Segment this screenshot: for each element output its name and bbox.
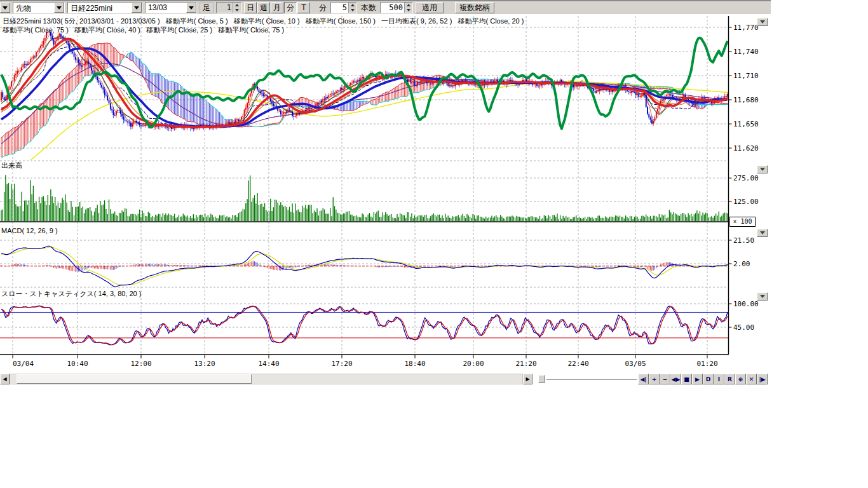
- volume-multiplier-badge: × 100: [729, 217, 756, 227]
- svg-text:13:20: 13:20: [194, 360, 215, 368]
- svg-text:03/05: 03/05: [625, 360, 646, 368]
- chart-tool-button-[interactable]: ▶: [692, 374, 703, 384]
- market-select[interactable]: 先物: [13, 2, 65, 13]
- chart-tool-button-[interactable]: +: [649, 374, 660, 384]
- period-tick-button[interactable]: T: [297, 2, 310, 13]
- chart-plot-area[interactable]: 11,77011,74011,71011,68011,65011,620275.…: [0, 14, 771, 372]
- period-day-button[interactable]: 日: [244, 2, 257, 13]
- dropdown-arrow-icon[interactable]: [186, 3, 196, 13]
- svg-text:45.00: 45.00: [733, 323, 754, 332]
- macd-axis-dropdown-button[interactable]: [757, 229, 768, 237]
- svg-text:20:00: 20:00: [463, 360, 484, 368]
- svg-text:01:20: 01:20: [696, 360, 717, 368]
- minute-spinbox[interactable]: 5: [330, 2, 357, 13]
- svg-text:11,680: 11,680: [733, 96, 759, 104]
- chart-tool-button-I[interactable]: I: [714, 374, 724, 384]
- svg-text:11,770: 11,770: [733, 24, 759, 32]
- bar-type-label: 足: [200, 2, 214, 13]
- symbol-select[interactable]: 日経225mini: [67, 2, 142, 13]
- bar-count-spinbox[interactable]: 500: [380, 2, 413, 13]
- chart-tool-button-R[interactable]: R: [724, 374, 735, 384]
- stoch-axis-dropdown-button[interactable]: [757, 292, 768, 301]
- stochastics-pane: [0, 306, 729, 345]
- spinner-arrows-icon[interactable]: [404, 3, 412, 13]
- chart-tool-button-[interactable]: ◀▶: [670, 374, 681, 384]
- chart-tool-button-[interactable]: |▶: [757, 374, 768, 384]
- svg-text:14:40: 14:40: [258, 360, 279, 368]
- svg-text:21.50: 21.50: [733, 236, 754, 245]
- period-month-button[interactable]: 月: [271, 2, 283, 13]
- dropdown-arrow-icon: [760, 295, 765, 298]
- price-axis-dropdown-button[interactable]: [757, 18, 768, 26]
- svg-text:18:40: 18:40: [404, 360, 425, 368]
- volume-axis-dropdown-button[interactable]: [757, 165, 768, 173]
- minute-value: 5: [331, 3, 348, 13]
- svg-text:17:20: 17:20: [331, 360, 352, 368]
- chart-tool-button-[interactable]: −: [660, 374, 670, 384]
- scrollbar-thumb[interactable]: [17, 374, 252, 384]
- dropdown-arrow-icon: [760, 231, 765, 234]
- svg-text:125.00: 125.00: [733, 198, 759, 206]
- svg-text:11,710: 11,710: [733, 72, 759, 80]
- arrow-left-icon: ◀: [3, 376, 6, 382]
- market-select-value: 先物: [13, 3, 54, 13]
- interval-value: 1: [217, 3, 233, 13]
- spinner-arrows-icon[interactable]: [348, 3, 356, 13]
- svg-text:12:00: 12:00: [130, 360, 151, 368]
- scroll-right-button[interactable]: ▶: [523, 374, 532, 384]
- contract-month-value: 13/03: [146, 3, 186, 13]
- svg-text:11,740: 11,740: [733, 48, 759, 56]
- svg-text:10:40: 10:40: [67, 360, 88, 368]
- svg-text:21:20: 21:20: [515, 360, 536, 368]
- scroll-left-button[interactable]: ◀: [0, 374, 10, 384]
- bottom-navigation-row: ◀ ▶ ◀|+−◀▶■▶DIR⊕✕|▶: [0, 374, 771, 385]
- contract-month-select[interactable]: 13/03: [145, 2, 197, 13]
- period-week-button[interactable]: 週: [257, 2, 270, 13]
- svg-text:11,620: 11,620: [733, 144, 759, 152]
- chart-tool-button-[interactable]: ■: [681, 374, 692, 384]
- apply-button[interactable]: 適用: [416, 2, 444, 13]
- symbol-select-value: 日経225mini: [68, 3, 132, 13]
- svg-text:22:40: 22:40: [567, 360, 588, 368]
- svg-text:100.00: 100.00: [733, 300, 759, 308]
- toolbar: 先物 日経225mini 13/03 足 1 日 週 月 分 T 分 5 本数: [0, 0, 771, 14]
- volume-bars: [1, 175, 728, 221]
- chart-application-window: 先物 日経225mini 13/03 足 1 日 週 月 分 T 分 5 本数: [0, 0, 868, 488]
- spinner-arrows-icon[interactable]: [233, 3, 241, 13]
- dropdown-arrow-icon: [3, 6, 8, 10]
- macd-pane: [0, 246, 729, 287]
- multi-symbol-button[interactable]: 複数銘柄: [455, 2, 494, 13]
- chart-tool-button-[interactable]: ⊕: [735, 374, 746, 384]
- zoom-slider-track[interactable]: [546, 379, 637, 380]
- interval-spinbox[interactable]: 1: [216, 2, 241, 13]
- partial-dropdown-button[interactable]: [0, 3, 10, 13]
- svg-text:275.00: 275.00: [733, 174, 759, 182]
- bar-count-value: 500: [381, 3, 404, 13]
- zoom-slider-handle[interactable]: [538, 375, 545, 383]
- dropdown-arrow-icon: [760, 168, 765, 171]
- chart-tool-button-[interactable]: ◀|: [638, 374, 649, 384]
- bar-count-label: 本数: [360, 3, 377, 13]
- svg-text:11,650: 11,650: [733, 120, 759, 128]
- svg-text:2.00: 2.00: [733, 260, 750, 268]
- scrollbar-track[interactable]: [10, 374, 523, 384]
- chart-tool-button-D[interactable]: D: [703, 374, 714, 384]
- svg-text:03/04: 03/04: [13, 360, 34, 368]
- minute-label: 分: [318, 3, 328, 13]
- period-button-group: 日 週 月 分 T: [244, 2, 310, 13]
- dropdown-arrow-icon[interactable]: [132, 3, 142, 13]
- chart-tool-button-[interactable]: ✕: [746, 374, 757, 384]
- dropdown-arrow-icon[interactable]: [54, 3, 64, 13]
- period-minute-button[interactable]: 分: [284, 2, 297, 13]
- arrow-right-icon: ▶: [526, 376, 529, 382]
- dropdown-arrow-icon: [760, 20, 765, 24]
